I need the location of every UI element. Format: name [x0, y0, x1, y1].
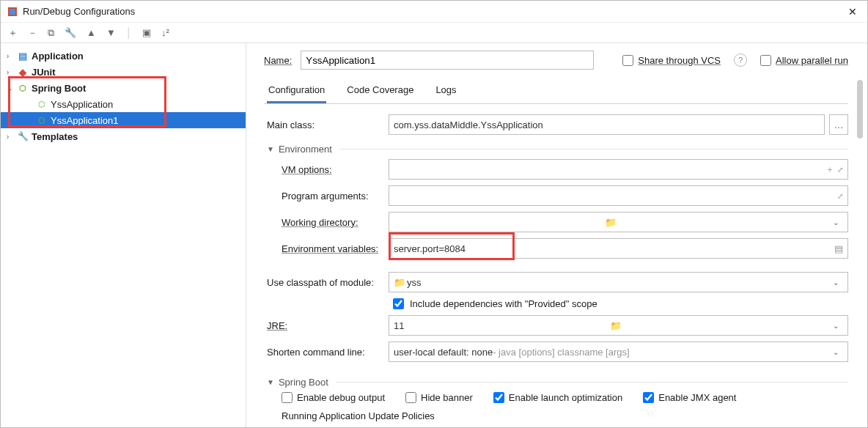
tree-yssapplication1[interactable]: ⬡ YssApplication1 [1, 112, 246, 128]
shorten-select[interactable]: user-local default: none - java [options… [389, 342, 848, 362]
spring-boot-header[interactable]: ▼ Spring Boot [267, 377, 848, 388]
tree-yssapplication[interactable]: ⬡ YssApplication [1, 96, 246, 112]
copy-icon[interactable]: ⧉ [48, 27, 54, 39]
titlebar: Run/Debug Configurations ✕ [1, 1, 867, 23]
chevron-right-icon: › [7, 52, 14, 60]
program-args-input[interactable]: ⤢ [389, 185, 848, 206]
sort-icon[interactable]: ↓² [161, 27, 169, 38]
tree-templates[interactable]: › 🔧 Templates [1, 128, 246, 144]
tree-label: YssApplication [51, 99, 113, 110]
toolbar: ＋ － ⧉ 🔧 ▲ ▼ │ ▣ ↓² [1, 23, 867, 43]
classpath-select[interactable]: 📁yss⌄ [389, 272, 848, 292]
chevron-down-icon: ⌄ [828, 322, 843, 330]
program-args-label: Program arguments: [264, 191, 389, 202]
share-vcs-checkbox[interactable]: Share through VCS [622, 55, 721, 66]
classpath-label: Use classpath of module: [264, 277, 389, 288]
working-dir-label: Working directory: [264, 217, 389, 228]
chevron-down-icon: ⌄ [7, 84, 14, 92]
module-icon: 📁 [394, 277, 405, 288]
triangle-down-icon: ▼ [267, 378, 274, 386]
remove-icon[interactable]: － [28, 26, 37, 40]
name-input[interactable] [301, 51, 594, 70]
env-vars-label: Environment variables: [264, 243, 389, 254]
jre-label: JRE: [264, 320, 389, 331]
main-panel: Name: Share through VCS ? Allow parallel… [246, 43, 867, 427]
browse-button[interactable]: … [829, 114, 848, 135]
triangle-down-icon: ▼ [267, 145, 274, 153]
help-icon[interactable]: ? [734, 54, 747, 67]
tree-label: YssApplication1 [51, 115, 119, 126]
vm-options-label: VM options: [264, 164, 389, 175]
up-icon[interactable]: ▲ [87, 27, 96, 38]
chevron-down-icon: ⌄ [828, 348, 843, 356]
tabs: Configuration Code Coverage Logs [264, 80, 848, 104]
vm-options-input[interactable]: ＋ ⤢ [389, 159, 848, 180]
tab-code-coverage[interactable]: Code Coverage [345, 80, 415, 103]
window-title: Run/Debug Configurations [23, 6, 135, 17]
close-icon[interactable]: ✕ [844, 4, 861, 19]
add-icon[interactable]: ＋ [8, 26, 18, 40]
app-logo-icon [7, 6, 18, 18]
tree-label: Application [32, 51, 84, 62]
edit-icon[interactable]: 🔧 [65, 27, 76, 38]
chevron-right-icon: › [7, 133, 14, 141]
working-dir-input[interactable]: 📁⌄ [389, 212, 848, 232]
enable-debug-checkbox[interactable]: Enable debug output [282, 392, 385, 403]
application-icon: ▤ [17, 50, 29, 62]
launch-opt-checkbox[interactable]: Enable launch optimization [493, 392, 622, 403]
tree-junit[interactable]: › ◆ JUnit [1, 64, 246, 80]
name-label: Name: [264, 55, 292, 66]
tree-label: Templates [32, 131, 78, 142]
spring-boot-icon: ⬡ [36, 114, 48, 126]
scrollbar[interactable] [857, 80, 863, 139]
folder-icon: 📁 [610, 320, 622, 331]
spring-boot-icon: ⬡ [36, 98, 48, 110]
tab-logs[interactable]: Logs [434, 80, 457, 103]
chevron-down-icon: ⌄ [828, 278, 843, 287]
name-row: Name: Share through VCS ? Allow parallel… [264, 51, 848, 70]
tree-label: JUnit [32, 67, 56, 78]
junit-icon: ◆ [17, 66, 29, 78]
folder-icon: 📁 [605, 217, 617, 228]
folder-icon[interactable]: ▣ [142, 27, 151, 38]
include-provided-checkbox[interactable] [393, 298, 404, 309]
wrench-icon: 🔧 [17, 130, 29, 142]
shorten-label: Shorten command line: [264, 347, 389, 358]
env-vars-input[interactable]: server.port=8084▤ [389, 238, 848, 259]
tree-application[interactable]: › ▤ Application [1, 48, 246, 64]
jre-select[interactable]: 11📁⌄ [389, 315, 848, 336]
allow-parallel-checkbox[interactable]: Allow parallel run [760, 55, 848, 66]
jmx-checkbox[interactable]: Enable JMX agent [643, 392, 736, 403]
main-class-label: Main class: [264, 119, 389, 130]
main-class-input[interactable]: com.yss.dataMiddle.YssApplication [389, 114, 825, 135]
chevron-right-icon: › [7, 68, 14, 76]
hide-banner-checkbox[interactable]: Hide banner [405, 392, 473, 403]
include-provided-label: Include dependencies with "Provided" sco… [410, 298, 597, 309]
tree-spring-boot[interactable]: ⌄ ⬡ Spring Boot [1, 80, 246, 96]
list-icon: ▤ [834, 243, 843, 254]
tab-configuration[interactable]: Configuration [267, 80, 326, 103]
tree-label: Spring Boot [32, 83, 86, 94]
down-icon[interactable]: ▼ [106, 27, 116, 38]
sidebar: › ▤ Application › ◆ JUnit ⌄ ⬡ Spring Boo… [1, 43, 246, 427]
svg-rect-1 [10, 9, 15, 15]
update-policies-header: Running Application Update Policies [282, 410, 848, 421]
environment-header[interactable]: ▼ Environment [267, 144, 848, 155]
spring-boot-icon: ⬡ [17, 82, 29, 94]
